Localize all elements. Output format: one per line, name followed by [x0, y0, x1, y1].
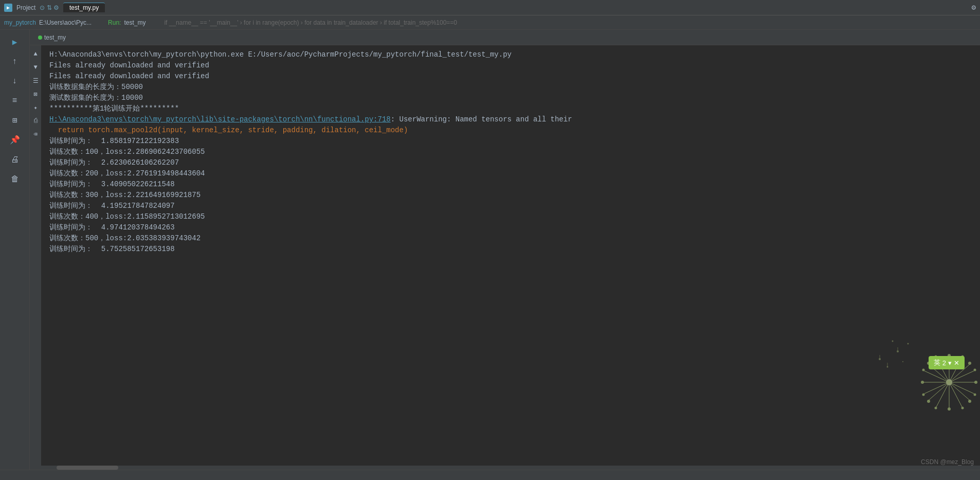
run-status-dot: [38, 35, 42, 40]
run-tab-bar: test_my: [30, 30, 980, 45]
scroll-down-button[interactable]: ↓: [7, 73, 23, 90]
output-line-13: 训练次数：300，loss:2.221649169921875: [49, 190, 972, 201]
output-line-12: 训练时间为： 3.409050226211548: [49, 179, 972, 190]
output-line-11: 训练次数：200，loss:2.2761919498443604: [49, 168, 972, 179]
output-line-8: 训练时间为： 1.8581972122192383: [49, 136, 972, 147]
scroll-up-button[interactable]: ↑: [7, 54, 23, 70]
active-tab[interactable]: test_my.py: [63, 3, 105, 12]
layout-button[interactable]: ⊞: [7, 112, 23, 129]
console-output[interactable]: H:\Anaconda3\envs\torch\my_pytorch\pytho…: [41, 45, 980, 470]
nav-project: my_pytorch: [4, 19, 36, 26]
output-line-1: Files already downloaded and verified: [49, 60, 972, 71]
output-line-9: 训练次数：100，loss:2.2869062423706055: [49, 147, 972, 157]
input-badge-close[interactable]: ✕: [954, 359, 959, 367]
ctrl-pin[interactable]: ✦: [31, 103, 40, 112]
main-area: test_my ▲ ▼ ☰ ⊠ ✦ ⎙ ⌫ H:\Anaconda3\envs\…: [30, 30, 980, 470]
output-line-16: 训练时间为： 4.974120378494263: [49, 222, 972, 233]
output-line-10: 训练时间为： 2.6230626106262207: [49, 157, 972, 168]
run-button[interactable]: ▶: [7, 34, 23, 50]
output-line-4: 测试数据集的长度为：10000: [49, 93, 972, 103]
toolbar-icons: ⊙ ⇅ ⚙: [40, 4, 59, 11]
run-label: Run:: [108, 19, 121, 26]
output-line-14: 训练时间为： 4.195217847824097: [49, 201, 972, 211]
ctrl-up[interactable]: ▲: [31, 49, 40, 59]
console-controls: ▲ ▼ ☰ ⊠ ✦ ⎙ ⌫: [30, 45, 41, 470]
output-line-3: 训练数据集的长度为：50000: [49, 82, 972, 93]
ctrl-menu[interactable]: ☰: [31, 76, 40, 85]
input-badge-label: 英: [934, 358, 940, 367]
top-bar: ▶ Project ⊙ ⇅ ⚙ test_my.py ⚙: [0, 0, 980, 15]
nav-path: E:\Users\aoc\Pyc...: [39, 19, 92, 26]
status-bar: [0, 470, 980, 480]
input-method-badge[interactable]: 英 2 ▾ ✕: [929, 356, 965, 369]
warning-text: : UserWarning: Named tensors and all the…: [391, 114, 572, 125]
settings-gear[interactable]: ⚙: [972, 3, 976, 12]
ctrl-trash[interactable]: ⌫: [31, 130, 40, 139]
output-line-18: 训练时间为： 5.752585172653198: [49, 244, 972, 255]
horizontal-scrollbar[interactable]: [41, 466, 980, 470]
delete-button[interactable]: 🗑: [7, 171, 23, 187]
output-line-15: 训练次数：400，loss:2.1158952713012695: [49, 211, 972, 222]
left-sidebar: ▶ ↑ ↓ ≡ ⊞ 📌 🖨 🗑: [0, 30, 30, 480]
project-label: Project: [16, 4, 35, 11]
ctrl-print[interactable]: ⎙: [31, 116, 40, 126]
csdn-badge: CSDN @mez_Blog: [921, 458, 974, 466]
output-line-2: Files already downloaded and verified: [49, 71, 972, 82]
run-file: test_my: [124, 19, 146, 26]
ctrl-layout[interactable]: ⊠: [31, 90, 40, 99]
horizontal-scrollbar-thumb[interactable]: [57, 466, 118, 470]
input-badge-num: 2: [942, 359, 946, 367]
ctrl-down[interactable]: ▼: [31, 63, 40, 72]
input-badge-arrow: ▾: [948, 359, 952, 367]
output-line-17: 训练次数：500，loss:2.035383939743042: [49, 233, 972, 244]
console-area: ▲ ▼ ☰ ⊠ ✦ ⎙ ⌫ H:\Anaconda3\envs\torch\my…: [30, 45, 980, 470]
warning-link[interactable]: H:\Anaconda3\envs\torch\my_pytorch\lib\s…: [49, 114, 391, 125]
pin-button[interactable]: 📌: [7, 132, 23, 148]
output-line-7: return torch.max_pool2d(input, kernel_si…: [49, 125, 972, 136]
run-tab-label: test_my: [44, 34, 66, 41]
output-line-0: H:\Anaconda3\envs\torch\my_pytorch\pytho…: [49, 49, 972, 60]
output-line-5: **********第1轮训练开始*********: [49, 103, 972, 114]
print-button[interactable]: 🖨: [7, 151, 23, 168]
run-tab[interactable]: test_my: [34, 33, 70, 42]
menu-button[interactable]: ≡: [7, 93, 23, 109]
project-icon: ▶: [4, 4, 12, 12]
output-warning-line: H:\Anaconda3\envs\torch\my_pytorch\lib\s…: [49, 114, 972, 125]
nav-breadcrumb: if __name__ == '__main__' › for i in ran…: [164, 19, 457, 26]
nav-bar: my_pytorch E:\Users\aoc\Pyc... Run: test…: [0, 15, 980, 30]
